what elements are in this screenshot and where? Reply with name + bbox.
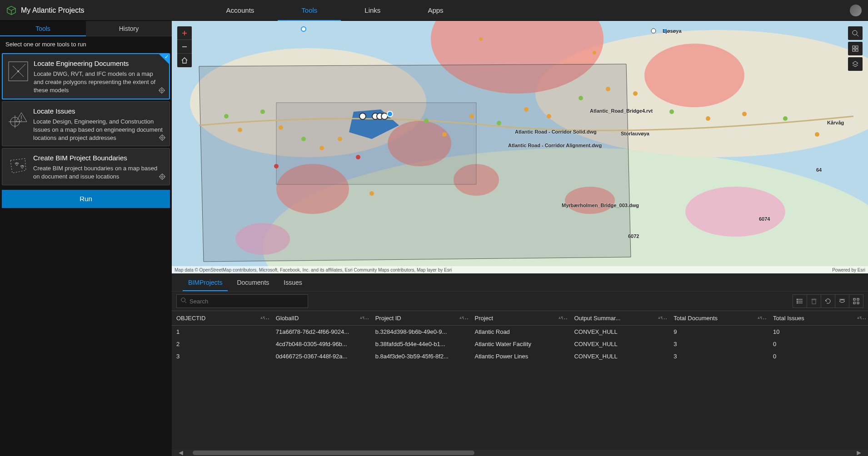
table-column-header[interactable]: GlobalID▴▾⋯ — [271, 311, 371, 326]
scrollbar-thumb[interactable] — [193, 451, 474, 455]
layers-button[interactable] — [848, 57, 863, 71]
tool-card-locate-issues[interactable]: Locate Issues Locate Design, Engineering… — [2, 101, 170, 147]
svg-point-71 — [274, 164, 279, 169]
table-column-header[interactable]: Total Documents▴▾⋯ — [669, 311, 768, 326]
table-tab-bimprojects[interactable]: BIMProjects — [183, 273, 228, 291]
table-cell: 0 — [768, 350, 868, 362]
compass-icon — [8, 61, 28, 81]
table-tab-documents[interactable]: Documents — [231, 273, 274, 291]
sidebar: Tools History Select one or more tools t… — [0, 21, 172, 456]
map-feature-label: Ljøsøya — [663, 28, 682, 34]
map-feature-label: Atlantic_Road_Bridge4.rvt — [590, 108, 653, 114]
table-cell: 0 — [768, 338, 868, 350]
user-avatar-icon[interactable] — [850, 5, 862, 16]
table-column-header[interactable]: Project ID▴▾⋯ — [371, 311, 470, 326]
map-feature-label: 6072 — [628, 233, 639, 239]
refresh-button[interactable] — [821, 294, 835, 308]
svg-point-85 — [853, 30, 857, 35]
tool-title: Locate Issues — [33, 107, 164, 115]
svg-point-99 — [797, 302, 798, 303]
svg-rect-108 — [857, 302, 859, 304]
run-button[interactable]: Run — [2, 190, 170, 208]
svg-point-98 — [797, 301, 798, 302]
table-column-header[interactable]: Project▴▾⋯ — [470, 311, 570, 326]
table-cell: CONVEX_HULL — [569, 350, 669, 362]
table-row[interactable]: 24cd7b048-0305-49fd-96b...b.38fafdd5-fd4… — [172, 338, 868, 350]
tool-card-locate-docs[interactable]: Locate Engineering Documents Locate DWG,… — [2, 53, 170, 99]
show-selected-button[interactable] — [835, 294, 849, 308]
table-container[interactable]: OBJECTID▴▾⋯GlobalID▴▾⋯Project ID▴▾⋯Proje… — [172, 311, 868, 450]
svg-point-7 — [161, 89, 163, 91]
svg-rect-88 — [856, 46, 858, 48]
basemap-button[interactable] — [848, 42, 863, 55]
scroll-right-icon[interactable]: ► — [855, 449, 863, 456]
gear-icon[interactable] — [159, 134, 166, 143]
svg-point-59 — [497, 121, 501, 125]
table-toolbar — [172, 292, 868, 311]
sidebar-tab-tools[interactable]: Tools — [0, 21, 86, 36]
map-canvas[interactable]: Atlantic_Road_Bridge4.rvtAtlantic Road -… — [172, 21, 868, 273]
svg-point-27 — [160, 174, 165, 179]
table-cell: 4cd7b048-0305-49fd-96b... — [271, 338, 371, 350]
selection-mode-button[interactable] — [793, 294, 807, 308]
table-row[interactable]: 30d466725-0367-448f-92a...b.8a4f3de0-3b5… — [172, 350, 868, 362]
sidebar-tab-history[interactable]: History — [86, 21, 172, 36]
svg-point-63 — [606, 87, 610, 91]
table-column-header[interactable]: OBJECTID▴▾⋯ — [172, 311, 271, 326]
nav-tab-links[interactable]: Links — [341, 0, 404, 21]
table-actions — [793, 294, 863, 308]
map-attribution: Map data © OpenStreetMap contributors, M… — [172, 266, 868, 273]
table-tab-issues[interactable]: Issues — [278, 273, 307, 291]
home-extent-button[interactable] — [177, 54, 192, 67]
search-map-button[interactable] — [848, 26, 863, 40]
table-cell: b.38fafdd5-fd4e-44e0-b1... — [371, 338, 470, 350]
nav-tab-accounts[interactable]: Accounts — [203, 0, 278, 21]
svg-point-54 — [338, 137, 342, 141]
svg-point-17 — [21, 120, 22, 121]
table-column-header[interactable]: Output Summar...▴▾⋯ — [569, 311, 669, 326]
map-powered-by: Powered by Esri — [832, 268, 865, 273]
table-search-box[interactable] — [176, 294, 308, 308]
column-settings-button[interactable] — [849, 294, 863, 308]
svg-point-48 — [224, 114, 229, 119]
table-row[interactable]: 171a66f78-76d2-4f66-9024...b.3284d398-9b… — [172, 326, 868, 338]
svg-point-62 — [579, 96, 583, 100]
svg-point-51 — [279, 125, 283, 130]
map-zoom-controls — [177, 26, 192, 67]
nav-tabs: Accounts Tools Links Apps — [203, 0, 467, 21]
svg-point-80 — [387, 111, 393, 117]
gear-icon[interactable] — [158, 87, 165, 96]
svg-point-79 — [381, 113, 388, 119]
delete-button[interactable] — [807, 294, 821, 308]
table-cell: b.8a4f3de0-3b59-45f6-8f2... — [371, 350, 470, 362]
sidebar-tabs: Tools History — [0, 21, 172, 36]
map-feature-label: Myrbærholmen_Bridge_003.dwg — [562, 203, 639, 208]
nav-tab-tools[interactable]: Tools — [278, 0, 341, 21]
zoom-in-button[interactable] — [177, 26, 192, 40]
table-column-header[interactable]: Total Issues▴▾⋯ — [768, 311, 868, 326]
gear-icon[interactable] — [159, 173, 166, 182]
nav-tab-apps[interactable]: Apps — [404, 0, 467, 21]
table-cell: 71a66f78-76d2-4f66-9024... — [271, 326, 371, 338]
svg-point-81 — [301, 27, 306, 31]
tool-title: Create BIM Project Boundaries — [33, 154, 164, 162]
table-cell: 1 — [172, 326, 271, 338]
svg-point-49 — [238, 128, 242, 132]
zoom-out-button[interactable] — [177, 40, 192, 54]
horizontal-scrollbar[interactable]: ◄ ► — [172, 450, 868, 456]
svg-point-50 — [260, 109, 265, 114]
scroll-left-icon[interactable]: ◄ — [177, 449, 185, 456]
header-bar: My Atlantic Projects Accounts Tools Link… — [0, 0, 868, 21]
table-cell: 0d466725-0367-448f-92a... — [271, 350, 371, 362]
svg-point-68 — [783, 116, 788, 121]
svg-rect-106 — [857, 298, 859, 300]
svg-point-73 — [593, 51, 596, 55]
table-search-input[interactable] — [190, 298, 304, 305]
svg-point-18 — [160, 135, 165, 140]
map-feature-label: 64 — [816, 167, 822, 173]
svg-point-70 — [369, 191, 374, 196]
tool-list: Locate Engineering Documents Locate DWG,… — [0, 53, 172, 185]
svg-point-60 — [524, 107, 529, 112]
tool-card-bim-boundaries[interactable]: Create BIM Project Boundaries Create BIM… — [2, 148, 170, 185]
svg-point-5 — [17, 70, 19, 72]
